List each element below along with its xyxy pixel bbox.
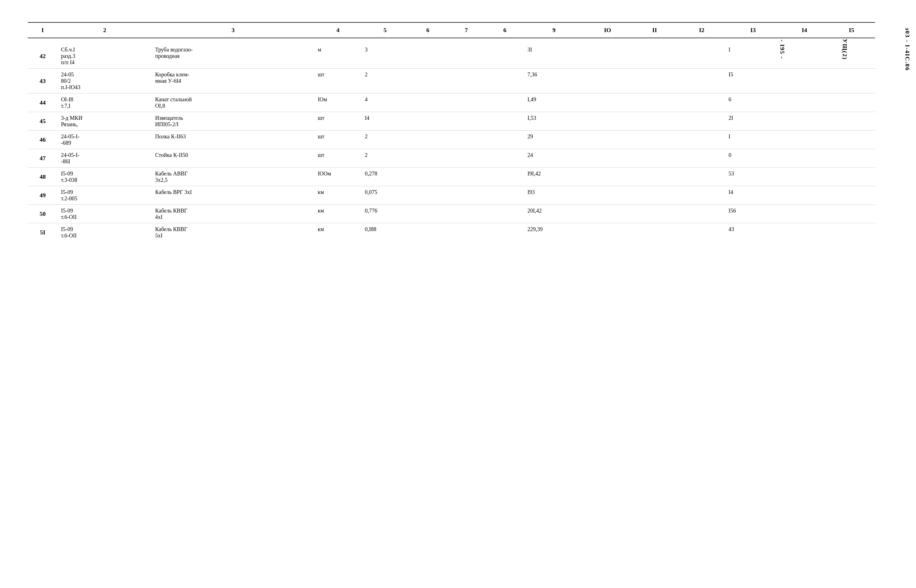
cell-5-15 (828, 149, 875, 168)
cell-4-13: I (725, 131, 781, 149)
table-row: 4624-05-I--689Полка К-II63шт229I (28, 131, 875, 149)
side-label-top: з03 - I-4IC.86 (904, 27, 911, 71)
cell-6-4: IOOм (314, 168, 361, 186)
side-label-middle: УЩ(2) (841, 39, 848, 60)
cell-1-13: I5 (725, 69, 781, 94)
cell-5-13: 0 (725, 149, 781, 168)
cell-7-1: 49 (28, 186, 58, 205)
cell-7-4: км (314, 186, 361, 205)
page-container: з03 - I-4IC.86 УЩ(2) - I95 - I 2 3 4 5 6… (0, 0, 916, 588)
cell-6-12 (678, 168, 725, 186)
cell-6-3: Кабель АВВГ3х2,5 (152, 168, 314, 186)
table-row: 42Сб.ч.Iразд.3п/п I4Труба водогазо-прово… (28, 38, 875, 69)
cell-4-14 (781, 131, 828, 149)
cell-5-8 (486, 149, 524, 168)
cell-0-6 (408, 38, 447, 69)
header-col-6: 6 (408, 23, 447, 38)
cell-5-4: шт (314, 149, 361, 168)
table-row: 44OI-I8т.7,IКанат стальнойOI,8IOм4I,496 (28, 94, 875, 112)
cell-7-13: I4 (725, 186, 781, 205)
cell-0-12 (678, 38, 725, 69)
cell-8-14 (781, 205, 828, 223)
cell-6-7 (447, 168, 486, 186)
cell-7-12 (678, 186, 725, 205)
cell-9-13: 43 (725, 223, 781, 242)
cell-2-5: 4 (361, 94, 408, 112)
cell-9-9: 229,39 (524, 223, 584, 242)
cell-1-9: 7,36 (524, 69, 584, 94)
cell-7-15 (828, 186, 875, 205)
cell-1-1: 43 (28, 69, 58, 94)
cell-6-9: I9I,42 (524, 168, 584, 186)
cell-2-7 (447, 94, 486, 112)
header-col-10: IO (584, 23, 631, 38)
header-col-7: 7 (447, 23, 486, 38)
cell-5-3: Стойка К-II50 (152, 149, 314, 168)
cell-1-2: 24-0580/2п.I-IO43 (58, 69, 152, 94)
cell-6-6 (408, 168, 447, 186)
cell-5-7 (447, 149, 486, 168)
cell-1-6 (408, 69, 447, 94)
cell-7-7 (447, 186, 486, 205)
cell-6-13: 53 (725, 168, 781, 186)
cell-5-6 (408, 149, 447, 168)
cell-7-10 (584, 186, 631, 205)
cell-2-14 (781, 94, 828, 112)
cell-2-8 (486, 94, 524, 112)
cell-1-15 (828, 69, 875, 94)
cell-8-9: 20I,42 (524, 205, 584, 223)
cell-2-2: OI-I8т.7,I (58, 94, 152, 112)
cell-5-5: 2 (361, 149, 408, 168)
cell-5-10 (584, 149, 631, 168)
cell-3-5: I4 (361, 112, 408, 131)
cell-4-2: 24-05-I--689 (58, 131, 152, 149)
cell-3-2: 3-д МКИРязань, (58, 112, 152, 131)
cell-2-13: 6 (725, 94, 781, 112)
cell-9-8 (486, 223, 524, 242)
cell-7-9: I93 (524, 186, 584, 205)
cell-2-11 (631, 94, 678, 112)
header-col-11: II (631, 23, 678, 38)
cell-9-2: I5-09т.6-OII (58, 223, 152, 242)
cell-4-10 (584, 131, 631, 149)
cell-9-6 (408, 223, 447, 242)
header-col-4: 4 (314, 23, 361, 38)
cell-9-4: км (314, 223, 361, 242)
cell-9-14 (781, 223, 828, 242)
cell-0-9: 3I (524, 38, 584, 69)
cell-3-12 (678, 112, 725, 131)
cell-1-11 (631, 69, 678, 94)
cell-1-8 (486, 69, 524, 94)
cell-4-15 (828, 131, 875, 149)
cell-9-15 (828, 223, 875, 242)
main-table: I 2 3 4 5 6 7 6 9 IO II I2 I3 I4 I5 42Сб… (28, 22, 875, 242)
cell-6-10 (584, 168, 631, 186)
cell-0-3: Труба водогазо-проводная (152, 38, 314, 69)
header-col-13: I3 (725, 23, 781, 38)
cell-8-3: Кабель КВВГ4хI (152, 205, 314, 223)
cell-3-1: 45 (28, 112, 58, 131)
cell-3-10 (584, 112, 631, 131)
cell-8-15 (828, 205, 875, 223)
cell-5-14 (781, 149, 828, 168)
cell-0-2: Сб.ч.Iразд.3п/п I4 (58, 38, 152, 69)
cell-9-1: 5I (28, 223, 58, 242)
table-row: 49I5-09т.2-005Кабель ВРГ 3хIкм0,075I93I4 (28, 186, 875, 205)
table-row: 4324-0580/2п.I-IO43Коробка клем-мная У-6… (28, 69, 875, 94)
table-row: 48I5-09т.3-038Кабель АВВГ3х2,5IOOм0,278I… (28, 168, 875, 186)
cell-6-14 (781, 168, 828, 186)
cell-9-12 (678, 223, 725, 242)
cell-9-7 (447, 223, 486, 242)
cell-2-6 (408, 94, 447, 112)
cell-2-12 (678, 94, 725, 112)
cell-3-6 (408, 112, 447, 131)
cell-3-7 (447, 112, 486, 131)
cell-0-10 (584, 38, 631, 69)
header-col-5: 5 (361, 23, 408, 38)
header-col-3: 3 (152, 23, 314, 38)
cell-6-1: 48 (28, 168, 58, 186)
table-row: 50I5-09т.6-OIIКабель КВВГ4хIкм0,77620I,4… (28, 205, 875, 223)
cell-9-11 (631, 223, 678, 242)
cell-8-6 (408, 205, 447, 223)
cell-0-11 (631, 38, 678, 69)
